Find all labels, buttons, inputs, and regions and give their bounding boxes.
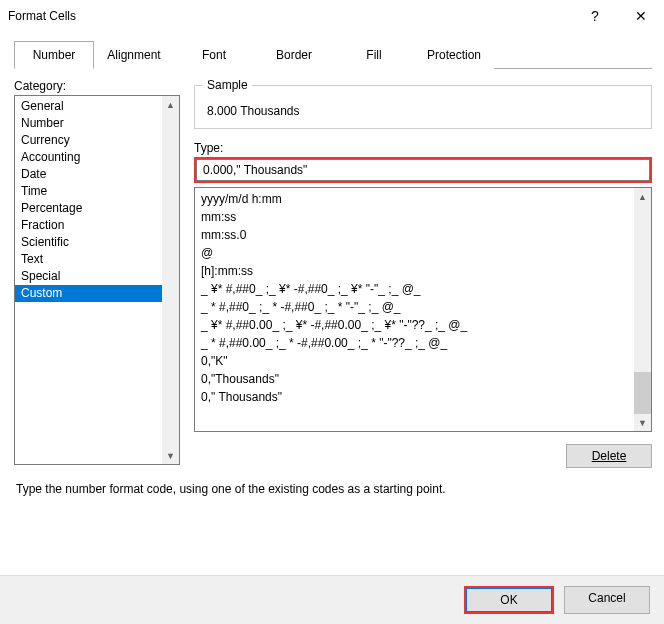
- category-item-fraction[interactable]: Fraction: [15, 217, 179, 234]
- category-item-custom[interactable]: Custom: [15, 285, 179, 302]
- help-button[interactable]: ?: [572, 0, 618, 32]
- dialog-footer: OK Cancel: [0, 575, 664, 624]
- scroll-up-icon[interactable]: ▲: [634, 188, 651, 205]
- dialog-content: Number Alignment Font Border Fill Protec…: [0, 32, 664, 496]
- format-item[interactable]: 0,"K": [201, 352, 651, 370]
- category-item-general[interactable]: General: [15, 98, 179, 115]
- scroll-down-icon[interactable]: ▼: [634, 414, 651, 431]
- scroll-thumb[interactable]: [634, 372, 651, 414]
- cancel-button[interactable]: Cancel: [564, 586, 650, 614]
- tab-alignment[interactable]: Alignment: [94, 41, 174, 69]
- category-item-special[interactable]: Special: [15, 268, 179, 285]
- ok-button[interactable]: OK: [466, 588, 552, 612]
- close-button[interactable]: ✕: [618, 0, 664, 32]
- tab-number[interactable]: Number: [14, 41, 94, 69]
- category-item-accounting[interactable]: Accounting: [15, 149, 179, 166]
- category-scrollbar[interactable]: ▲ ▼: [162, 96, 179, 464]
- sample-value: 8.000 Thousands: [207, 104, 639, 118]
- scroll-track[interactable]: [162, 113, 179, 447]
- format-item[interactable]: @: [201, 244, 651, 262]
- format-item[interactable]: yyyy/m/d h:mm: [201, 190, 651, 208]
- tabs: Number Alignment Font Border Fill Protec…: [14, 40, 652, 69]
- type-label: Type:: [194, 141, 652, 155]
- format-item[interactable]: 0," Thousands": [201, 388, 651, 406]
- format-item[interactable]: [h]:mm:ss: [201, 262, 651, 280]
- format-item[interactable]: _ * #,##0.00_ ;_ * -#,##0.00_ ;_ * "-"??…: [201, 334, 651, 352]
- tab-protection[interactable]: Protection: [414, 41, 494, 69]
- category-label: Category:: [14, 79, 180, 93]
- format-item[interactable]: 0,"Thousands": [201, 370, 651, 388]
- formats-list[interactable]: yyyy/m/d h:mm mm:ss mm:ss.0 @ [h]:mm:ss …: [194, 187, 652, 432]
- format-item[interactable]: mm:ss.0: [201, 226, 651, 244]
- format-item[interactable]: _ ¥* #,##0.00_ ;_ ¥* -#,##0.00_ ;_ ¥* "-…: [201, 316, 651, 334]
- scroll-down-icon[interactable]: ▼: [162, 447, 179, 464]
- category-item-number[interactable]: Number: [15, 115, 179, 132]
- right-column: Sample 8.000 Thousands Type: yyyy/m/d h:…: [194, 79, 652, 468]
- format-item[interactable]: _ * #,##0_ ;_ * -#,##0_ ;_ * "-"_ ;_ @_: [201, 298, 651, 316]
- ok-button-highlight: OK: [464, 586, 554, 614]
- sample-group: Sample 8.000 Thousands: [194, 85, 652, 129]
- scroll-track[interactable]: [634, 205, 651, 414]
- sample-label: Sample: [203, 78, 252, 92]
- tab-body: Category: General Number Currency Accoun…: [14, 69, 652, 468]
- tab-font[interactable]: Font: [174, 41, 254, 69]
- category-item-time[interactable]: Time: [15, 183, 179, 200]
- category-item-currency[interactable]: Currency: [15, 132, 179, 149]
- category-list[interactable]: General Number Currency Accounting Date …: [14, 95, 180, 465]
- scroll-up-icon[interactable]: ▲: [162, 96, 179, 113]
- category-item-percentage[interactable]: Percentage: [15, 200, 179, 217]
- category-column: Category: General Number Currency Accoun…: [14, 79, 180, 468]
- type-input-highlight: [194, 157, 652, 183]
- tab-border[interactable]: Border: [254, 41, 334, 69]
- window-title: Format Cells: [8, 9, 572, 23]
- type-input[interactable]: [196, 159, 650, 181]
- category-item-date[interactable]: Date: [15, 166, 179, 183]
- format-item[interactable]: mm:ss: [201, 208, 651, 226]
- hint-text: Type the number format code, using one o…: [16, 482, 652, 496]
- formats-scrollbar[interactable]: ▲ ▼: [634, 188, 651, 431]
- format-item[interactable]: _ ¥* #,##0_ ;_ ¥* -#,##0_ ;_ ¥* "-"_ ;_ …: [201, 280, 651, 298]
- delete-button[interactable]: Delete: [566, 444, 652, 468]
- category-item-scientific[interactable]: Scientific: [15, 234, 179, 251]
- category-item-text[interactable]: Text: [15, 251, 179, 268]
- tab-fill[interactable]: Fill: [334, 41, 414, 69]
- titlebar: Format Cells ? ✕: [0, 0, 664, 32]
